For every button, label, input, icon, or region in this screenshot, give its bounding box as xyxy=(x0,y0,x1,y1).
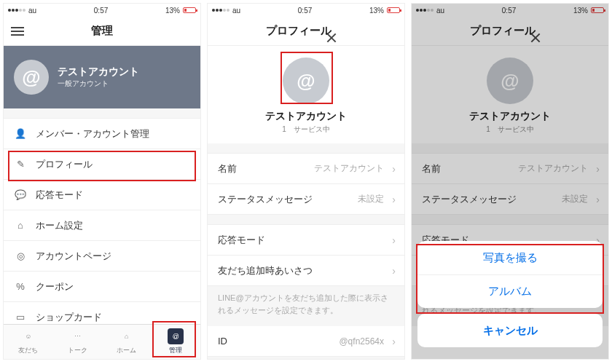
tab-friends[interactable]: ☺友だち xyxy=(4,325,53,359)
profile-sub: 1 サービス中 xyxy=(282,124,330,135)
row-response-mode[interactable]: 💬応答モード xyxy=(4,180,200,210)
profile-header: @ テストアカウント 1 サービス中 xyxy=(208,46,404,143)
chevron-right-icon: › xyxy=(392,234,396,246)
avatar[interactable]: @ xyxy=(283,58,329,104)
row-greeting[interactable]: 友だち追加時あいさつ› xyxy=(208,256,404,286)
row-status-msg[interactable]: ステータスメッセージ未設定› xyxy=(412,184,608,215)
menu-icon[interactable] xyxy=(11,24,26,39)
row-coupon[interactable]: %クーポン xyxy=(4,272,200,302)
account-type: 一般アカウント xyxy=(58,79,139,89)
screen-profile-sheet: au 0:57 13% プロフィール @ テストアカウント 1 サービス中 名前… xyxy=(411,3,609,360)
screen-manage: au 0:57 13% 管理 @ テストアカウント 一般アカウント 👤メンバー・… xyxy=(3,3,201,360)
row-id[interactable]: ID@qfn2564x› xyxy=(208,326,404,357)
at-icon: @ xyxy=(22,66,40,89)
screen-profile: au 0:57 13% プロフィール @ テストアカウント 1 サービス中 名前… xyxy=(207,3,405,360)
page-title: プロフィール xyxy=(470,24,536,38)
battery-icon xyxy=(387,7,400,13)
talk-icon: ⋯ xyxy=(69,328,85,344)
avatar[interactable]: @ xyxy=(487,58,533,104)
sheet-take-photo[interactable]: 写真を撮る xyxy=(417,241,603,274)
chevron-right-icon: › xyxy=(392,336,396,347)
profile-header: @ テストアカウント 1 サービス中 xyxy=(412,46,608,143)
sheet-cancel[interactable]: キャンセル xyxy=(417,314,603,347)
chevron-right-icon: › xyxy=(392,265,396,277)
coupon-icon: % xyxy=(14,280,27,293)
friends-icon: ☺ xyxy=(20,328,36,344)
chat-icon: 💬 xyxy=(14,189,27,202)
battery-icon xyxy=(183,7,196,13)
clock: 0:57 xyxy=(94,7,108,15)
page-title: 管理 xyxy=(91,24,113,38)
page-title: プロフィール xyxy=(266,24,332,38)
status-bar: au 0:57 13% xyxy=(412,4,608,17)
chevron-right-icon: › xyxy=(392,194,396,205)
battery-pct: 13% xyxy=(165,7,180,15)
navbar: 管理 xyxy=(4,17,200,46)
tab-talk[interactable]: ⋯トーク xyxy=(53,325,103,359)
avatar: @ xyxy=(14,60,49,95)
navbar: プロフィール xyxy=(412,17,608,46)
sheet-album[interactable]: アルバム xyxy=(417,274,603,308)
home-tab-icon: ⌂ xyxy=(119,328,135,344)
row-profile[interactable]: ✎プロフィール xyxy=(4,149,200,180)
chevron-right-icon: › xyxy=(596,163,600,175)
battery-icon xyxy=(591,7,604,13)
tab-manage[interactable]: @管理 xyxy=(152,325,201,359)
card-icon: ▭ xyxy=(14,311,27,324)
home-icon: ⌂ xyxy=(14,219,27,232)
profile-sub: 1 サービス中 xyxy=(486,124,534,135)
carrier-label: au xyxy=(28,7,36,15)
row-name[interactable]: 名前テストアカウント› xyxy=(208,154,404,184)
status-bar: au 0:57 13% xyxy=(4,4,200,17)
status-bar: au 0:57 13% xyxy=(208,4,404,17)
close-icon[interactable] xyxy=(324,31,339,45)
account-name: テストアカウント xyxy=(58,66,139,79)
account-header[interactable]: @ テストアカウント 一般アカウント xyxy=(4,46,200,108)
greeting-note: LINE@アカウントを友だち追加した際に表示されるメッセージを設定できます。 xyxy=(208,286,404,326)
row-account-page[interactable]: ◎アカウントページ xyxy=(4,241,200,272)
row-status-msg[interactable]: ステータスメッセージ未設定› xyxy=(208,184,404,215)
tab-bar: ☺友だち ⋯トーク ⌂ホーム @管理 xyxy=(4,324,200,359)
row-name[interactable]: 名前テストアカウント› xyxy=(412,154,608,184)
tab-home[interactable]: ⌂ホーム xyxy=(102,325,152,359)
navbar: プロフィール xyxy=(208,17,404,46)
profile-name: テストアカウント xyxy=(469,110,551,123)
row-response-mode[interactable]: 応答モード› xyxy=(208,225,404,256)
close-icon[interactable] xyxy=(528,31,543,45)
at-icon: @ xyxy=(297,70,315,92)
profile-name: テストアカウント xyxy=(265,110,347,123)
page-icon: ◎ xyxy=(14,250,27,263)
chevron-right-icon: › xyxy=(392,163,396,175)
members-icon: 👤 xyxy=(14,127,27,141)
profile-icon: ✎ xyxy=(14,158,27,171)
row-home-settings[interactable]: ⌂ホーム設定 xyxy=(4,210,200,241)
action-sheet: 写真を撮る アルバム キャンセル xyxy=(417,241,603,353)
row-members[interactable]: 👤メンバー・アカウント管理 xyxy=(4,119,200,149)
at-icon: @ xyxy=(501,70,519,92)
chevron-right-icon: › xyxy=(596,194,600,205)
manage-icon: @ xyxy=(168,328,184,344)
